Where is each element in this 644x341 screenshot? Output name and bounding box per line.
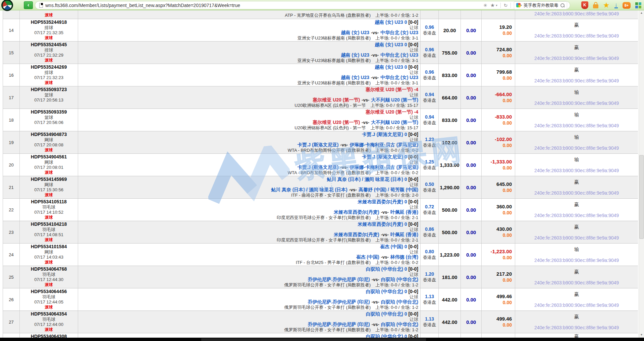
result-secondary-amount: 0.00 bbox=[503, 97, 512, 104]
search-icon[interactable] bbox=[560, 3, 565, 8]
result-amount: 799.68 bbox=[496, 69, 512, 75]
result-amount: 430.00 bbox=[496, 226, 512, 232]
security-shield-icon[interactable]: K bbox=[581, 1, 588, 9]
league-name: ITF - 台北M25 - 男子单打 (盘数获胜者) bbox=[296, 260, 371, 265]
bet-amount: 755.00 bbox=[439, 42, 461, 64]
win-lose-status: 赢 bbox=[574, 22, 579, 28]
odds-value: 0.96 bbox=[425, 47, 434, 53]
sport-type: 网球 bbox=[20, 250, 78, 255]
odds-cell: 0.96 香港盘 bbox=[421, 42, 439, 64]
odds-cell: 0.50 香港盘 bbox=[421, 176, 439, 198]
commission-amount: 0.00 bbox=[461, 288, 482, 311]
bookmark-caret-icon[interactable]: ▾ bbox=[496, 4, 497, 7]
result-cell: -664.00 0.00 bbox=[482, 86, 515, 109]
address-bar[interactable]: wns.fts368.com/Member/Lists/payment_betL… bbox=[35, 1, 570, 9]
scroll-down-arrow-icon[interactable]: ▼ bbox=[639, 332, 644, 338]
bet-pick: 越南 (女) U23 0 bbox=[375, 19, 407, 25]
odds-cell: 1.20 香港盘 bbox=[421, 266, 439, 288]
bet-info-cell: HDP5534904561 网球 07/17 20:08:01 滚球 bbox=[20, 154, 78, 176]
away-team: 大不列颠 U20 (第一节) bbox=[371, 97, 418, 103]
sport-type: 羽毛球 bbox=[20, 272, 78, 277]
bet-id: HDP5534904873 bbox=[20, 132, 78, 137]
odds-type-label: 香港盘 bbox=[423, 53, 436, 58]
odds-value: 0.96 bbox=[425, 69, 434, 75]
match-score: 上半场: 0-0 / 全场: 2-0 bbox=[375, 193, 418, 198]
commission-amount: 0.00 bbox=[461, 64, 482, 86]
commission-amount: 0.00 bbox=[461, 266, 482, 288]
away-team: 中华台北 (女) U23 bbox=[380, 52, 418, 58]
ip-address: 240e:fe:2603:b900:90ec:8f8e:9e9a:9049 bbox=[534, 258, 619, 263]
search-input[interactable]: 英孚教育外教吸毒 bbox=[524, 2, 558, 8]
back-button[interactable]: ‹ bbox=[24, 1, 33, 9]
odds-type-label: 香港盘 bbox=[423, 255, 436, 260]
sport-type: 羽毛球 bbox=[20, 205, 78, 210]
translate-icon[interactable]: ✳ bbox=[483, 3, 487, 8]
result-secondary-amount: 0.00 bbox=[503, 322, 512, 328]
live-bet-label: 滚球 bbox=[20, 327, 78, 333]
inline-search-box[interactable]: ▾ 英孚教育外教吸毒 bbox=[514, 1, 567, 9]
row-number: 15 bbox=[3, 42, 20, 64]
ip-address: 240e:fe:2603:b900:90ec:8f8e:9e9a:9049 bbox=[534, 190, 619, 196]
away-team: 中华台北 (女) U23 bbox=[380, 30, 418, 35]
row-number: 21 bbox=[3, 176, 20, 198]
sport-type: 网球 bbox=[20, 137, 78, 143]
commission-amount: 0.00 bbox=[461, 176, 482, 198]
bet-amount: 1,290.00 bbox=[439, 176, 461, 198]
result-cell: 499.46 0.00 bbox=[482, 288, 515, 311]
result-secondary-amount: 0.00 bbox=[503, 120, 512, 126]
league-name: 亚洲女子U23锦标赛越南 (局数获胜者) bbox=[298, 80, 371, 85]
odds-value: 1.20 bbox=[425, 271, 434, 277]
scroll-up-arrow-icon[interactable]: ▲ bbox=[639, 10, 644, 16]
result-secondary-amount: 0.00 bbox=[503, 30, 512, 36]
result-cell: 645.00 0.00 bbox=[482, 176, 515, 198]
download-icon[interactable]: ↓ bbox=[614, 2, 618, 8]
bet-id: HDP5534064456 bbox=[20, 289, 78, 294]
match-score: 上半场: 0-0 / 全场: 2-1 bbox=[375, 215, 418, 220]
scrollbar-thumb[interactable] bbox=[639, 155, 644, 239]
result-secondary-amount: 0.00 bbox=[503, 187, 512, 193]
status-cell: 赢 240e:fe:2603:b900:90ec:8f8e:9e9a:9049 bbox=[515, 176, 638, 198]
result-amount: 19.20 bbox=[499, 24, 512, 30]
url-text[interactable]: wns.fts368.com/Member/Lists/payment_betL… bbox=[45, 3, 481, 8]
bookmark-star-icon[interactable]: ★ bbox=[490, 3, 495, 8]
win-lose-status: 输 bbox=[574, 134, 579, 140]
result-amount: -1,223.00 bbox=[491, 249, 512, 255]
bet-timestamp: 07/17 20:56:06 bbox=[20, 120, 78, 125]
bet-type-label: 让球 bbox=[78, 294, 418, 300]
bet-row: 17 HDP5535093723 篮球 07/17 20:56:13 塞尔维亚 … bbox=[3, 86, 638, 109]
vs-label: -vs- bbox=[349, 187, 357, 192]
home-team: 米娅布里西娄尔(丹麦) bbox=[334, 209, 379, 215]
commission-amount: 0.00 bbox=[461, 199, 482, 221]
bet-type-label: 让球 bbox=[78, 92, 418, 98]
away-team: 叶佩延 (香港) bbox=[390, 232, 418, 237]
search-engine-caret-icon[interactable]: ▾ bbox=[520, 4, 522, 7]
match-info-cell: 崔杰 (中国) 0 [0-0] 让球 崔杰 (中国)-vs-林伟德 (台湾) I… bbox=[78, 244, 421, 266]
favorites-star-icon[interactable]: ★ bbox=[603, 2, 610, 9]
vertical-scrollbar[interactable]: ▲ ▼ bbox=[639, 10, 644, 338]
lock-icon[interactable] bbox=[593, 4, 598, 8]
apps-grid-icon[interactable] bbox=[635, 2, 641, 8]
current-score: [0-0] bbox=[408, 311, 418, 317]
result-secondary-amount: 0.00 bbox=[503, 165, 512, 171]
bet-timestamp: 07/17 21:32:23 bbox=[20, 75, 78, 80]
result-cell: 360.00 0.00 bbox=[482, 199, 515, 221]
win-lose-status: 输 bbox=[574, 112, 579, 118]
bet-info-cell: HDP5534104218 羽毛球 07/17 14:08:51 滚球 bbox=[20, 221, 78, 243]
result-cell: 724.80 0.00 bbox=[482, 42, 515, 64]
home-team: 越南 (女) U23 bbox=[341, 52, 369, 58]
bet-id: HDP5534064308 bbox=[31, 334, 67, 338]
match-score: 上半场: 0-0 / 全场: 3-1 bbox=[375, 36, 418, 41]
away-team: 伊琳娜-卡梅利亚·贝古 (罗马尼亚) bbox=[350, 164, 418, 170]
bet-timestamp: 07/17 21:32:29 bbox=[20, 53, 78, 58]
odds-cell: 1.25 香港盘 bbox=[421, 154, 439, 176]
browser-logo[interactable] bbox=[1, 0, 13, 11]
odds-type-label: 香港盘 bbox=[423, 299, 436, 305]
odds-type-label: 香港盘 bbox=[423, 30, 436, 36]
odds-cell: 1.23 香港盘 bbox=[421, 131, 439, 153]
refresh-icon[interactable]: ↻ bbox=[504, 3, 508, 8]
notifications-badge-icon[interactable]: 8+ bbox=[623, 2, 631, 9]
status-cell: 赢 240e:fe:2603:b900:90ec:8f8e:9e9a:9049 bbox=[515, 64, 638, 86]
odds-cell: 1.13 香港盘 bbox=[421, 288, 439, 311]
bet-row: 21 HDP5534145969 网球 07/17 15:30:56 滚球 鲇川… bbox=[3, 176, 638, 199]
league-name: 亚洲女子U23锦标赛越南 (局数获胜者) bbox=[298, 58, 371, 63]
